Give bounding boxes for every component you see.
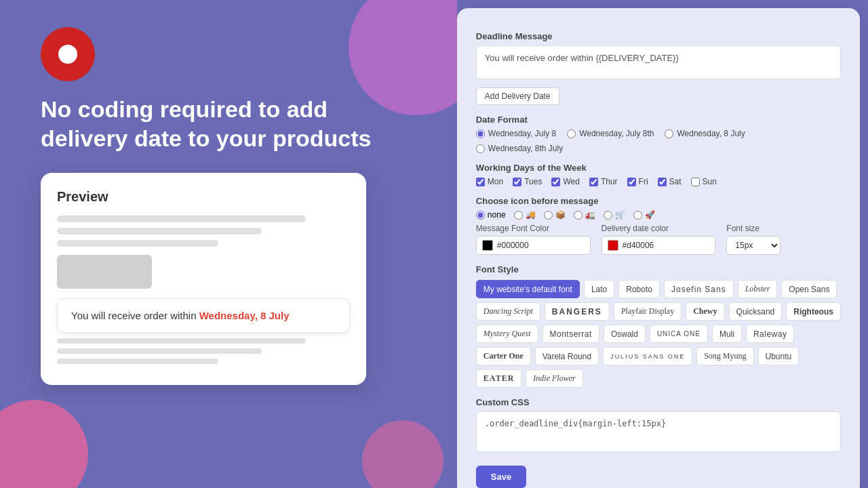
date-format-radio-group: Wednesday, July 8 Wednesday, July 8th We… [476, 129, 841, 153]
color-font-row: Message Font Color #000000 Delivery date… [476, 224, 841, 255]
custom-css-label: Custom CSS [476, 397, 841, 407]
custom-css-section: Custom CSS .order_deadline_div{margin-le… [476, 397, 841, 455]
day-sat[interactable]: Sat [658, 177, 682, 186]
delivery-date-color-group: Delivery date color #d40006 [601, 224, 716, 255]
icon-cart[interactable]: 🛒 [604, 210, 625, 220]
font-btn-carter[interactable]: Carter One [476, 347, 531, 365]
right-panel: Deadline Message .order_deadline_div{mar… [457, 8, 860, 488]
message-font-color-label: Message Font Color [476, 224, 591, 233]
font-size-group: Font size 15px 12px 14px 16px 18px 20px [726, 224, 841, 255]
deadline-message-textarea[interactable]: .order_deadline_div{margin-left:15px} [476, 45, 841, 79]
day-thur[interactable]: Thur [589, 177, 618, 186]
preview-line-2 [57, 228, 262, 235]
preview-bottom-line-2 [57, 348, 262, 354]
delivery-date-color-value: #d40006 [623, 241, 654, 250]
font-size-select[interactable]: 15px 12px 14px 16px 18px 20px [726, 236, 781, 255]
font-btn-josefin[interactable]: Josefin Sans [664, 280, 734, 298]
preview-bottom-line-3 [57, 359, 218, 364]
delivery-message-preview: You will receive order within Wednesday,… [57, 298, 350, 333]
add-delivery-date-button[interactable]: Add Delivery Date [476, 87, 559, 105]
font-btn-lato[interactable]: Lato [584, 280, 614, 298]
preview-title: Preview [57, 189, 350, 205]
date-format-option-3[interactable]: Wednesday, 8 July [665, 129, 745, 138]
delivery-date-color-input[interactable]: #d40006 [601, 236, 716, 255]
day-wed[interactable]: Wed [551, 177, 579, 186]
font-style-section: Font Style My website's default font Lat… [476, 264, 841, 388]
icon-before-message-label: Choose icon before message [476, 196, 841, 206]
red-record-icon [41, 27, 95, 81]
message-font-color-swatch [482, 240, 493, 251]
delivery-date-color-label: Delivery date color [601, 224, 716, 233]
decorative-circle-bottom-right [362, 420, 443, 488]
icon-truck[interactable]: 🚚 [514, 210, 536, 220]
font-btn-raleway[interactable]: Raleway [746, 325, 795, 343]
date-format-option-2[interactable]: Wednesday, July 8th [567, 129, 654, 138]
message-font-color-input[interactable]: #000000 [476, 236, 591, 255]
preview-bottom-line-1 [57, 338, 306, 344]
icon-none[interactable]: none [476, 210, 506, 220]
date-format-label: Date Format [476, 115, 841, 125]
icon-radio-group: none 🚚 📦 🚛 🛒 🚀 [476, 210, 841, 220]
date-format-option-4[interactable]: Wednesday, 8th July [476, 144, 563, 153]
icon-box[interactable]: 📦 [544, 210, 566, 220]
font-btn-chewy[interactable]: Chewy [686, 302, 724, 321]
font-btn-eater[interactable]: EATER [476, 369, 521, 388]
font-btn-julius[interactable]: JULIUS SANS ONE [603, 347, 692, 365]
icon-delivery-truck[interactable]: 🚛 [574, 210, 595, 220]
preview-image-placeholder [57, 255, 152, 289]
preview-card: Preview You will receive order within We… [41, 173, 366, 385]
left-panel: No coding required to add delivery date … [0, 0, 457, 488]
font-btn-playfair[interactable]: Playfair Display [614, 302, 682, 321]
working-days-checkbox-group: Mon Tues Wed Thur Fri Sat Sun [476, 177, 841, 186]
delivery-date-color-swatch [608, 240, 618, 251]
day-tues[interactable]: Tues [513, 177, 542, 186]
font-btn-song[interactable]: Song Myung [696, 347, 753, 365]
font-btn-ubuntu[interactable]: Ubuntu [758, 347, 800, 365]
message-font-color-value: #000000 [497, 241, 529, 250]
font-btn-oswald[interactable]: Oswald [604, 325, 646, 343]
font-btn-unica[interactable]: UNICA ONE [650, 325, 708, 343]
date-format-option-1[interactable]: Wednesday, July 8 [476, 129, 556, 138]
delivery-message-prefix: You will receive order within [71, 310, 199, 321]
font-btn-montserrat[interactable]: Montserrat [542, 325, 599, 343]
icon-rocket[interactable]: 🚀 [633, 210, 655, 220]
font-btn-muli[interactable]: Muli [712, 325, 742, 343]
font-btn-righteous[interactable]: Righteous [786, 302, 841, 321]
day-fri[interactable]: Fri [627, 177, 648, 186]
font-btn-default[interactable]: My website's default font [476, 280, 580, 298]
working-days-label: Working Days of the Week [476, 163, 841, 173]
font-btn-lobster[interactable]: Lobster [738, 280, 778, 298]
font-style-label: Font Style [476, 264, 841, 274]
delivery-date-value: Wednesday, 8 July [199, 310, 290, 321]
font-btn-bangers[interactable]: BANGERS [545, 302, 610, 321]
save-button[interactable]: Save [476, 466, 526, 488]
font-btn-mystery[interactable]: Mystery Quest [476, 325, 538, 343]
message-font-color-group: Message Font Color #000000 [476, 224, 591, 255]
preview-line-1 [57, 216, 306, 222]
font-btn-varela[interactable]: Varela Round [535, 347, 599, 365]
day-sun[interactable]: Sun [691, 177, 717, 186]
decorative-circle-bottom-left [0, 400, 88, 488]
font-btn-roboto[interactable]: Roboto [618, 280, 660, 298]
font-size-label: Font size [726, 224, 841, 233]
day-mon[interactable]: Mon [476, 177, 503, 186]
preview-bottom-lines [57, 338, 350, 364]
custom-css-textarea[interactable]: .order_deadline_div{margin-left:15px} [476, 411, 841, 452]
deadline-message-label: Deadline Message [476, 31, 841, 41]
font-btn-quicksand[interactable]: Quicksand [729, 302, 783, 321]
headline-text: No coding required to add delivery date … [41, 95, 393, 152]
font-btn-indie[interactable]: Indie Flower [526, 369, 583, 388]
font-btn-dancing[interactable]: Dancing Script [476, 302, 540, 321]
font-buttons-grid: My website's default font Lato Roboto Jo… [476, 280, 841, 388]
font-btn-open-sans[interactable]: Open Sans [781, 280, 837, 298]
preview-content-lines [57, 216, 350, 247]
preview-line-3 [57, 240, 218, 247]
